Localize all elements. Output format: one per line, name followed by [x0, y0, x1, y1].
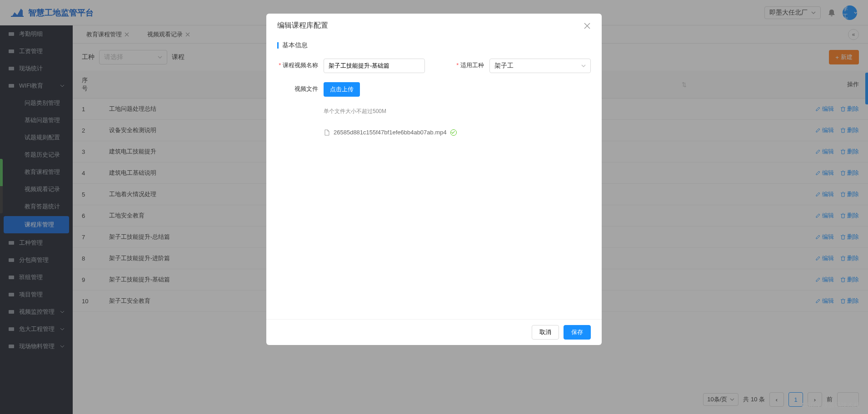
cancel-button[interactable]: 取消 [532, 325, 559, 340]
form-row-1: * 课程视频名称 * 适用工种 架子工 [277, 59, 591, 73]
watermark: CSDN @源码技术栈 [802, 401, 860, 409]
close-icon[interactable] [584, 22, 591, 30]
upload-button[interactable]: 点击上传 [324, 82, 360, 97]
uploaded-file-row: 26585d881c155f47bf1efe6bb4ab07ab.mp4 [324, 129, 457, 136]
section-basic-info: 基本信息 [277, 41, 591, 49]
file-icon [324, 129, 330, 136]
modal-title: 编辑课程库配置 [277, 21, 328, 30]
name-label: * 课程视频名称 [277, 59, 318, 69]
course-name-input[interactable] [324, 59, 425, 73]
upload-hint: 单个文件大小不超过500M [324, 108, 457, 115]
worker-type-value: 架子工 [494, 62, 514, 70]
worker-type-label: * 适用工种 [443, 59, 484, 69]
check-circle-icon [450, 129, 457, 136]
video-label: 视频文件 [277, 82, 318, 93]
modal-footer: 取消 保存 [266, 319, 602, 345]
worker-type-modal-select[interactable]: 架子工 [489, 59, 591, 73]
form-item-worker-type: * 适用工种 架子工 [443, 59, 591, 73]
form-item-name: * 课程视频名称 [277, 59, 425, 73]
form-item-video: 视频文件 点击上传 单个文件大小不超过500M 26585d881c155f47… [277, 82, 457, 136]
modal-body: 基本信息 * 课程视频名称 * 适用工种 架子工 视频 [266, 38, 602, 319]
uploaded-filename: 26585d881c155f47bf1efe6bb4ab07ab.mp4 [334, 129, 447, 136]
save-button[interactable]: 保存 [564, 325, 591, 340]
modal-header: 编辑课程库配置 [266, 14, 602, 38]
form-row-2: 视频文件 点击上传 单个文件大小不超过500M 26585d881c155f47… [277, 82, 591, 136]
chevron-down-icon [581, 64, 586, 68]
edit-course-modal: 编辑课程库配置 基本信息 * 课程视频名称 * 适用工种 架子工 [266, 14, 602, 345]
